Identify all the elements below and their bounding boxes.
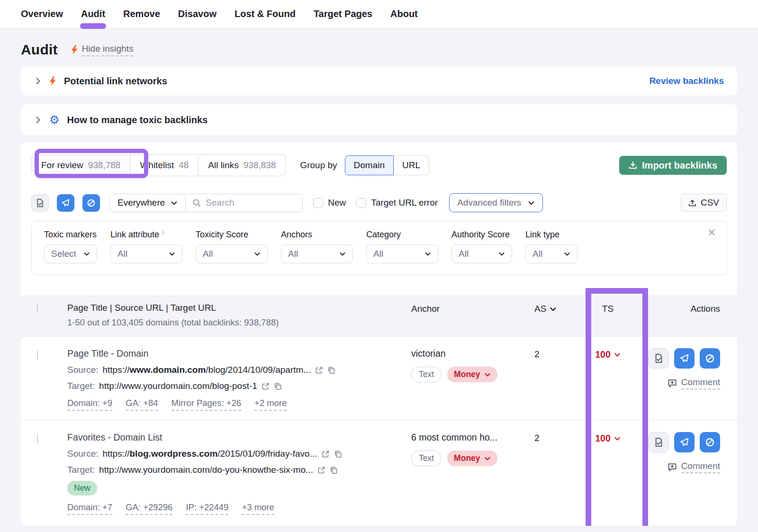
nav-tab-disavow[interactable]: Disavow [178,9,217,19]
move-to-whitelist-button[interactable] [31,194,49,212]
move-to-whitelist-button[interactable] [649,348,669,369]
nav-tab-about[interactable]: About [390,9,418,19]
row-actions: Comment [643,348,727,389]
close-filters-icon[interactable]: ✕ [707,227,716,238]
toxicity-score-value[interactable]: 100 [572,348,643,360]
chevron-down-icon [484,371,491,378]
group-by-label: Group by [300,160,337,171]
import-backlinks-button[interactable]: Import backlinks [619,156,727,175]
nav-tab-lost-found[interactable]: Lost & Found [235,9,296,19]
comment-label: Comment [681,377,720,389]
toxic-markers-list: Domain: +7 GA: +29296 IP: +22449 +3 more [53,502,411,515]
list-tabs-row: For review 938,788 Whitelist 48 All link… [21,142,737,186]
more-markers-link[interactable]: +3 more [242,502,274,515]
gear-icon: ⚙ [49,114,60,126]
checkbox[interactable] [356,198,366,208]
copy-icon[interactable] [327,366,335,374]
move-to-remove-list-button[interactable] [674,348,695,369]
copy-icon[interactable] [274,382,282,390]
toxic-marker[interactable]: Domain: +9 [67,398,112,411]
external-link-icon[interactable] [317,466,325,474]
money-anchor-badge[interactable]: Money [447,367,497,382]
toxic-marker[interactable]: GA: +29296 [126,502,172,515]
move-to-whitelist-button[interactable] [649,432,669,452]
group-by-domain-button[interactable]: Domain [345,155,394,175]
new-filter-checkbox[interactable]: New [313,198,346,208]
target-url-error-checkbox[interactable]: Target URL error [356,198,438,208]
source-label: Source: [67,365,98,375]
anchors-select[interactable]: All [281,244,353,263]
toxicity-score-select[interactable]: All [196,244,268,263]
document-check-icon [654,353,664,363]
more-markers-link[interactable]: +2 more [254,398,287,411]
filter-value: All [203,249,213,259]
source-url-line: Source: https://www.domain.com/blog/2014… [53,365,411,375]
tab-whitelist[interactable]: Whitelist 48 [130,155,198,176]
export-csv-button[interactable]: CSV [681,194,727,212]
audit-main-card: For review 938,788 Whitelist 48 All link… [21,142,737,526]
comment-button[interactable]: Comment [668,461,720,473]
top-navigation: Overview Audit Remove Disavow Lost & Fou… [0,0,758,28]
search-scope-dropdown[interactable]: Everywhere [110,194,186,212]
document-check-icon [36,198,45,207]
filter-toxic-markers: Toxic markers Select [44,230,97,263]
external-link-icon[interactable] [322,450,330,458]
filter-value: All [117,249,127,259]
external-link-icon[interactable] [315,366,323,374]
row-checkbox[interactable] [37,351,38,360]
nav-tab-overview[interactable]: Overview [21,9,63,19]
chevron-right-icon[interactable] [34,116,42,124]
copy-icon[interactable] [330,466,338,474]
filter-value: Select [51,249,76,259]
tab-label: Whitelist [140,160,174,171]
copy-icon[interactable] [334,450,342,458]
nav-tab-target-pages[interactable]: Target Pages [314,9,372,19]
new-filter-label: New [328,198,346,208]
source-url-line: Source: https://blog.wordpress.com/2015/… [53,449,411,459]
move-to-remove-list-button[interactable] [674,432,695,452]
toxic-marker[interactable]: Domain: +7 [67,502,112,515]
comment-button[interactable]: Comment [668,377,720,389]
move-to-disavow-list-button[interactable] [700,348,720,369]
link-attribute-select[interactable]: All [110,244,182,263]
filter-label: Link type [525,230,559,240]
toxic-markers-select[interactable]: Select [44,244,97,263]
toxicity-score-value[interactable]: 100 [572,432,643,444]
authority-score-select[interactable]: All [451,244,512,263]
target-url: http://www.yourdomain.com/blog-post-1 [99,381,257,391]
money-label: Money [454,370,480,379]
nav-tab-audit[interactable]: Audit [81,9,105,19]
chevron-down-icon [424,251,431,257]
toxic-marker[interactable]: Mirror Pages: +26 [171,398,242,411]
move-to-disavow-list-button[interactable] [700,432,720,452]
row-checkbox[interactable] [37,434,38,443]
tab-all-links[interactable]: All links 938,838 [198,155,285,176]
column-header-actions: Actions [643,303,727,314]
external-link-icon[interactable] [262,382,270,390]
hide-insights-toggle[interactable]: Hide insights [71,44,134,56]
link-type-select[interactable]: All [525,244,578,263]
target-label: Target: [67,381,95,391]
toxic-marker[interactable]: IP: +22449 [186,502,228,515]
info-icon[interactable]: i [162,229,164,236]
category-select[interactable]: All [366,244,438,263]
group-by-url-button[interactable]: URL [394,155,429,175]
target-url-line: Target: http://www.yourdomain.com/do-you… [53,465,411,475]
move-to-disavow-list-button[interactable] [82,194,100,212]
select-all-checkbox[interactable] [37,303,38,312]
column-header-as-sort[interactable]: AS [534,303,572,314]
nav-tab-remove[interactable]: Remove [123,9,160,19]
toxic-marker[interactable]: GA: +84 [126,398,158,411]
search-input[interactable] [206,198,296,208]
chevron-down-icon [614,435,621,442]
money-anchor-badge[interactable]: Money [447,451,497,466]
checkbox[interactable] [313,198,323,208]
tab-count: 938,838 [244,160,276,171]
review-backlinks-link[interactable]: Review backlinks [650,76,724,86]
advanced-filters-button[interactable]: Advanced filters [449,193,543,212]
chevron-right-icon[interactable] [34,77,42,85]
tab-for-review[interactable]: For review 938,788 [32,155,130,176]
source-url: https://www.domain.com/blog/2014/10/09/a… [102,365,311,375]
advanced-filters-panel: Toxic markers Select Link attributei All… [31,221,727,275]
move-to-remove-list-button[interactable] [57,194,74,212]
